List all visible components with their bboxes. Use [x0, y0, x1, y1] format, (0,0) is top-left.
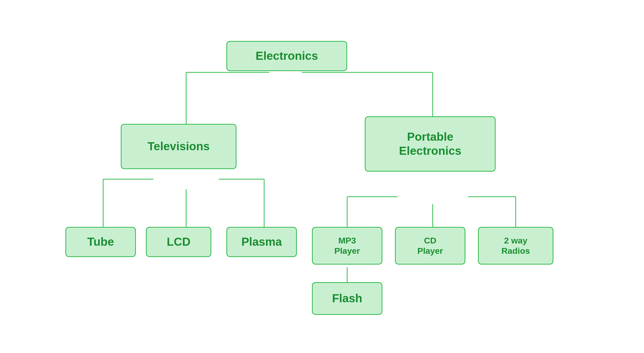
node-televisions: Televisions [121, 124, 236, 169]
node-plasma: Plasma [226, 227, 297, 257]
node-flash: Flash [312, 282, 382, 315]
node-electronics: Electronics [226, 41, 347, 71]
node-cd-player: CD Player [395, 227, 465, 265]
node-two-way-radios: 2 way Radios [478, 227, 553, 265]
node-mp3-player: MP3 Player [312, 227, 382, 265]
node-lcd: LCD [146, 227, 211, 257]
diagram: Electronics Televisions Portable Electro… [45, 26, 599, 327]
node-tube: Tube [65, 227, 136, 257]
node-portable-electronics: Portable Electronics [365, 116, 496, 172]
